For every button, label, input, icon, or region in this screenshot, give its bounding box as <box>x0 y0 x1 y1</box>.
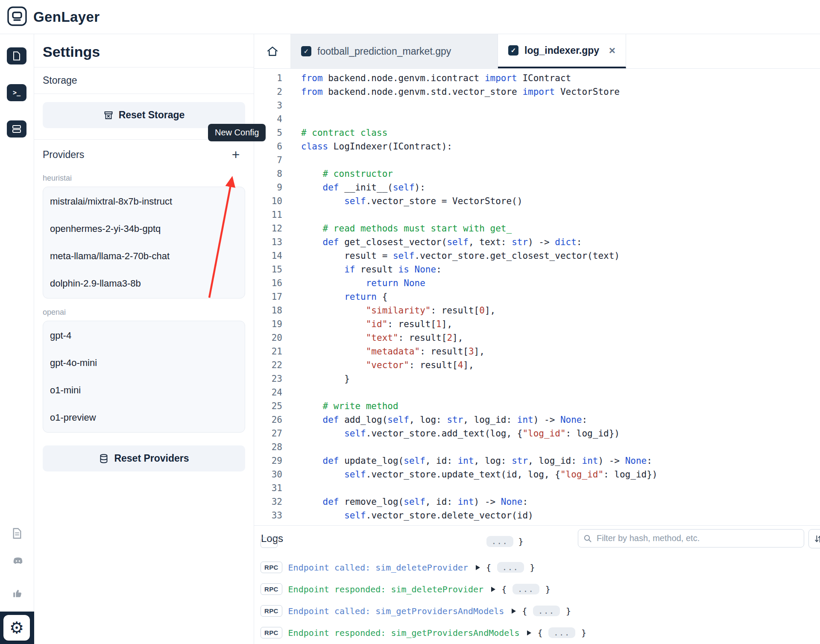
line-number: 3 <box>254 99 282 112</box>
brace-open: { <box>486 562 491 573</box>
log-list: RPCEndpoint called: sim_deleteProvider{.… <box>254 556 820 644</box>
code-text: # write method <box>282 399 398 413</box>
provider-item[interactable]: openhermes-2-yi-34b-gptq <box>43 215 245 243</box>
expand-triangle-icon[interactable] <box>476 565 480 570</box>
expand-triangle-icon[interactable] <box>491 587 495 592</box>
code-text <box>282 112 301 126</box>
line-number: 19 <box>254 317 282 331</box>
provider-item[interactable]: o1-mini <box>43 377 245 404</box>
log-row[interactable]: RPCEndpoint responded: sim_getProvidersA… <box>254 622 820 644</box>
home-icon <box>266 46 278 57</box>
json-ellipsis-pill[interactable]: ... <box>512 584 539 595</box>
provider-item[interactable]: gpt-4 <box>43 322 245 349</box>
genlayer-app: GenLayer >_ <box>0 0 820 644</box>
file-check-icon: ✓ <box>508 45 518 56</box>
tab-football-prediction-market[interactable]: ✓ football_prediction_market.gpy <box>291 34 498 68</box>
provider-item[interactable]: meta-llama/llama-2-70b-chat <box>43 243 245 270</box>
line-number: 30 <box>254 468 282 481</box>
close-tab-icon[interactable]: × <box>609 45 615 56</box>
code-line: 25 # write method <box>254 399 820 413</box>
code-text: "metadata": result[3], <box>282 345 485 358</box>
code-editor[interactable]: 1from backend.node.genvm.icontract impor… <box>254 69 820 525</box>
json-ellipsis-pill[interactable]: ... <box>533 606 560 617</box>
code-text: self.vector_store.add_text(log, {"log_id… <box>282 427 620 440</box>
partial-log-tail: ... } <box>486 536 524 547</box>
reset-storage-label: Reset Storage <box>119 109 185 121</box>
code-text: # constructor <box>282 167 393 181</box>
code-line: 8 # constructor <box>254 167 820 181</box>
code-line: 1from backend.node.genvm.icontract impor… <box>254 71 820 85</box>
reset-providers-button[interactable]: Reset Providers <box>43 445 245 471</box>
line-number: 28 <box>254 440 282 454</box>
code-line: 26 def add_log(self, log: str, log_id: i… <box>254 413 820 427</box>
divider <box>34 94 254 94</box>
add-provider-button[interactable]: + <box>226 145 245 164</box>
code-line: 28 <box>254 440 820 454</box>
line-number: 31 <box>254 481 282 495</box>
line-number: 2 <box>254 85 282 99</box>
code-line: 4 <box>254 112 820 126</box>
logs-panel: Logs ... } RPCEndpoint called: sim_de <box>254 525 820 644</box>
code-line: 19 "id": result[1], <box>254 317 820 331</box>
brace-close: } <box>530 562 535 573</box>
expand-triangle-icon[interactable] <box>527 630 531 635</box>
line-number: 32 <box>254 495 282 509</box>
code-text <box>282 522 301 525</box>
sort-order-button[interactable] <box>808 529 820 548</box>
provider-item[interactable]: dolphin-2.9-llama3-8b <box>43 270 245 297</box>
tab-strip: ✓ football_prediction_market.gpy ✓ log_i… <box>254 34 820 69</box>
provider-item[interactable]: mistralai/mixtral-8x7b-instruct <box>43 188 245 215</box>
json-ellipsis-pill[interactable]: ... <box>548 627 575 638</box>
log-row[interactable]: RPCEndpoint responded: sim_deleteProvide… <box>254 578 820 600</box>
code-text: } <box>282 372 350 386</box>
code-line: 7 <box>254 153 820 167</box>
contracts-icon[interactable] <box>7 47 26 64</box>
brace-close: } <box>581 628 586 638</box>
brace-open: { <box>522 606 527 616</box>
line-number: 16 <box>254 276 282 290</box>
code-text: result = self.vector_store.get_closest_v… <box>282 249 620 263</box>
provider-card: mistralai/mixtral-8x7b-instructopenherme… <box>43 187 245 299</box>
line-number: 15 <box>254 263 282 276</box>
discord-icon[interactable] <box>12 557 23 568</box>
line-number: 29 <box>254 454 282 468</box>
line-number: 12 <box>254 222 282 235</box>
code-line: 17 return { <box>254 290 820 304</box>
line-number: 34 <box>254 522 282 525</box>
trash-box-icon <box>103 110 114 120</box>
json-ellipsis-pill[interactable]: ... <box>497 562 524 573</box>
json-ellipsis-pill[interactable]: ... <box>486 536 513 547</box>
line-number: 17 <box>254 290 282 304</box>
log-row[interactable]: RPCEndpoint called: sim_getProvidersAndM… <box>254 600 820 622</box>
code-text: if result is None: <box>282 263 442 276</box>
log-badge: RPC <box>261 605 282 617</box>
code-line: 22 "vector": result[4], <box>254 358 820 372</box>
tab-home[interactable] <box>254 34 291 68</box>
logs-filter-input[interactable] <box>596 533 799 544</box>
settings-gear-icon[interactable]: ⚙ <box>3 615 30 641</box>
log-row[interactable]: RPCEndpoint called: sim_deleteProvider{.… <box>254 556 820 578</box>
brand-name: GenLayer <box>33 9 100 25</box>
provider-item[interactable]: o1-preview <box>43 404 245 431</box>
line-number: 13 <box>254 235 282 249</box>
code-text <box>282 99 301 112</box>
tab-log-indexer[interactable]: ✓ log_indexer.gpy × <box>498 34 626 68</box>
editor-area: ✓ football_prediction_market.gpy ✓ log_i… <box>254 34 820 525</box>
terminal-icon[interactable]: >_ <box>7 84 26 101</box>
thumbs-up-icon[interactable] <box>12 588 23 599</box>
code-line: 9 def __init__(self): <box>254 181 820 194</box>
log-badge: RPC <box>261 583 282 595</box>
code-text: def add_log(self, log: str, log_id: int)… <box>282 413 587 427</box>
reset-providers-label: Reset Providers <box>114 453 189 464</box>
code-line: 14 result = self.vector_store.get_closes… <box>254 249 820 263</box>
docs-icon[interactable] <box>12 528 23 539</box>
code-text: def remove_log(self, id: int) -> None: <box>282 495 528 509</box>
code-text: self.vector_store = VectorStore() <box>282 194 522 208</box>
code-line: 10 self.vector_store = VectorStore() <box>254 194 820 208</box>
line-number: 9 <box>254 181 282 194</box>
app-header: GenLayer <box>0 0 820 34</box>
database-icon[interactable] <box>7 120 26 138</box>
provider-item[interactable]: gpt-4o-mini <box>43 349 245 377</box>
code-text <box>282 386 301 399</box>
expand-triangle-icon[interactable] <box>512 609 516 614</box>
